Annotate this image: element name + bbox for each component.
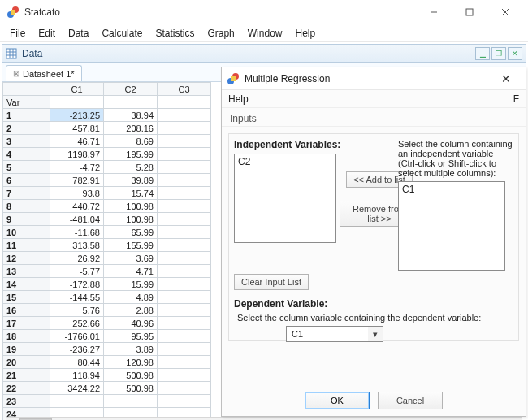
- cell[interactable]: 5.28: [104, 161, 158, 174]
- cell[interactable]: 208.16: [104, 122, 158, 135]
- tab-datasheet-1[interactable]: ⊠ Datasheet 1*: [6, 65, 82, 81]
- menu-graph[interactable]: Graph: [202, 26, 239, 41]
- cell[interactable]: 46.71: [50, 135, 104, 148]
- cell[interactable]: 3424.22: [50, 382, 104, 395]
- dialog-close-button[interactable]: ✕: [491, 72, 521, 85]
- cell[interactable]: 15.99: [104, 278, 158, 291]
- maximize-button[interactable]: [452, 1, 487, 24]
- cell[interactable]: [158, 135, 211, 148]
- cell[interactable]: -236.27: [50, 343, 104, 356]
- subwin-restore-button[interactable]: ❐: [491, 47, 506, 60]
- dialog-titlebar[interactable]: Multiple Regression ✕: [222, 67, 526, 90]
- cell[interactable]: 500.98: [104, 382, 158, 395]
- cell[interactable]: 15.74: [104, 187, 158, 200]
- column-header[interactable]: C2: [104, 83, 158, 96]
- subwin-close-button[interactable]: ✕: [508, 47, 522, 60]
- row-header[interactable]: 23: [3, 395, 50, 408]
- cell[interactable]: 4.71: [104, 265, 158, 278]
- cell[interactable]: [158, 330, 211, 343]
- row-header[interactable]: 3: [3, 135, 50, 148]
- menu-data[interactable]: Data: [63, 26, 93, 41]
- cell[interactable]: -11.68: [50, 226, 104, 239]
- menu-calculate[interactable]: Calculate: [97, 26, 147, 41]
- available-columns-listbox[interactable]: C1: [398, 181, 505, 271]
- column-header[interactable]: C1: [50, 83, 104, 96]
- row-header[interactable]: 16: [3, 304, 50, 317]
- cell[interactable]: [50, 395, 104, 408]
- close-button[interactable]: [487, 1, 523, 24]
- ok-button[interactable]: OK: [305, 392, 370, 409]
- row-header[interactable]: 21: [3, 369, 50, 382]
- cell[interactable]: 4.89: [104, 291, 158, 304]
- row-header[interactable]: 20: [3, 356, 50, 369]
- dialog-menu-right[interactable]: F: [513, 93, 519, 105]
- cell[interactable]: [158, 382, 211, 395]
- row-header[interactable]: 22: [3, 382, 50, 395]
- cell[interactable]: [158, 304, 211, 317]
- cell[interactable]: 500.98: [104, 369, 158, 382]
- cell[interactable]: 40.96: [104, 317, 158, 330]
- cell[interactable]: 80.44: [50, 356, 104, 369]
- cell[interactable]: -213.25: [50, 109, 104, 122]
- cell[interactable]: 457.81: [50, 122, 104, 135]
- cell[interactable]: 38.94: [104, 109, 158, 122]
- cell[interactable]: 93.8: [50, 187, 104, 200]
- row-header[interactable]: 15: [3, 291, 50, 304]
- menu-window[interactable]: Window: [243, 26, 288, 41]
- cell[interactable]: [104, 395, 158, 408]
- dialog-menu-help[interactable]: Help: [228, 93, 249, 105]
- cell[interactable]: [158, 187, 211, 200]
- row-header[interactable]: 13: [3, 265, 50, 278]
- cell[interactable]: -5.77: [50, 265, 104, 278]
- row-header[interactable]: 19: [3, 343, 50, 356]
- row-header[interactable]: 12: [3, 252, 50, 265]
- cell[interactable]: 252.66: [50, 317, 104, 330]
- cancel-button[interactable]: Cancel: [378, 392, 443, 409]
- dependent-variable-combo[interactable]: C1 ▾: [286, 326, 383, 342]
- cell[interactable]: [158, 148, 211, 161]
- tab-close-icon[interactable]: ⊠: [13, 69, 19, 78]
- cell[interactable]: [158, 317, 211, 330]
- menu-help[interactable]: Help: [290, 26, 320, 41]
- cell[interactable]: [158, 174, 211, 187]
- row-header[interactable]: 11: [3, 239, 50, 252]
- cell[interactable]: 65.99: [104, 226, 158, 239]
- cell[interactable]: [158, 278, 211, 291]
- cell[interactable]: 118.94: [50, 369, 104, 382]
- var-cell[interactable]: [158, 96, 211, 109]
- cell[interactable]: [158, 226, 211, 239]
- horizontal-scrollbar[interactable]: ◂ ▸: [6, 417, 522, 420]
- row-header[interactable]: 4: [3, 148, 50, 161]
- var-row-header[interactable]: Var: [3, 96, 50, 109]
- cell[interactable]: [158, 200, 211, 213]
- minimize-button[interactable]: [416, 1, 452, 24]
- independent-vars-item[interactable]: C2: [238, 156, 332, 167]
- menu-edit[interactable]: Edit: [33, 26, 60, 41]
- cell[interactable]: -172.88: [50, 278, 104, 291]
- row-header[interactable]: 7: [3, 187, 50, 200]
- cell[interactable]: -1766.01: [50, 330, 104, 343]
- cell[interactable]: [158, 291, 211, 304]
- independent-vars-listbox[interactable]: C2: [234, 154, 336, 243]
- subwin-min-button[interactable]: ▁: [475, 47, 490, 60]
- cell[interactable]: 195.99: [104, 148, 158, 161]
- row-header[interactable]: 18: [3, 330, 50, 343]
- cell[interactable]: [158, 343, 211, 356]
- row-header[interactable]: 6: [3, 174, 50, 187]
- cell[interactable]: -144.55: [50, 291, 104, 304]
- cell[interactable]: 8.69: [104, 135, 158, 148]
- cell[interactable]: [158, 122, 211, 135]
- menu-statistics[interactable]: Statistics: [150, 26, 199, 41]
- cell[interactable]: 3.69: [104, 252, 158, 265]
- cell[interactable]: -481.04: [50, 213, 104, 226]
- cell[interactable]: [158, 356, 211, 369]
- cell[interactable]: 313.58: [50, 239, 104, 252]
- cell[interactable]: 100.98: [104, 213, 158, 226]
- cell[interactable]: 3.89: [104, 343, 158, 356]
- row-header[interactable]: 5: [3, 161, 50, 174]
- cell[interactable]: 26.92: [50, 252, 104, 265]
- cell[interactable]: 100.98: [104, 200, 158, 213]
- clear-input-list-button[interactable]: Clear Input List: [234, 274, 309, 290]
- cell[interactable]: 2.88: [104, 304, 158, 317]
- cell[interactable]: [158, 239, 211, 252]
